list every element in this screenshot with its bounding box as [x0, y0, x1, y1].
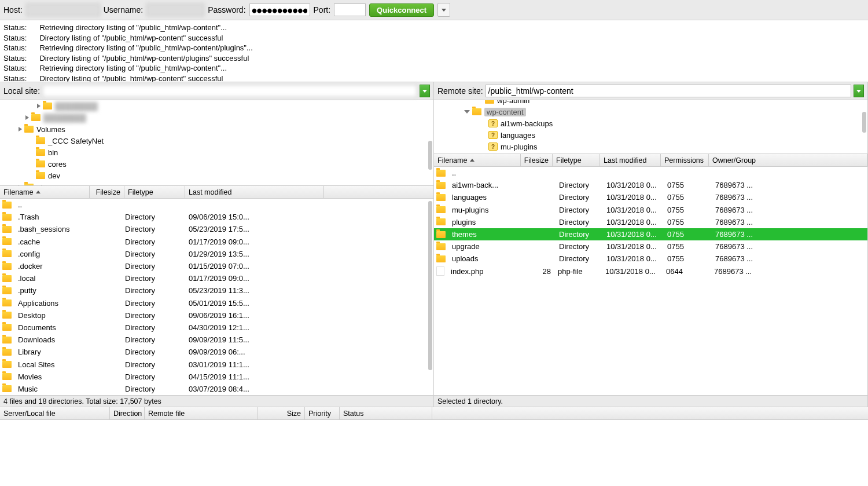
list-item[interactable]: languages Directory 10/31/2018 0... 0755…	[434, 191, 867, 203]
cell-lastmod: 10/31/2018 0...	[603, 230, 664, 239]
list-item[interactable]: .local Directory 01/17/2019 09:0...	[0, 272, 433, 284]
port-input[interactable]	[334, 3, 366, 16]
list-item[interactable]: upgrade Directory 10/31/2018 0... 0755 7…	[434, 240, 867, 253]
cell-filetype: Directory	[556, 218, 603, 226]
unknown-folder-icon: ?	[488, 131, 498, 139]
list-item[interactable]: ai1wm-back... Directory 10/31/2018 0... …	[434, 179, 867, 191]
tree-label: wp-admin	[497, 100, 529, 105]
cell-permissions: 0755	[664, 193, 712, 202]
username-input[interactable]	[146, 3, 204, 16]
cell-permissions: 0755	[664, 206, 712, 214]
local-columns-header[interactable]: Filename Filesize Filetype Last modified	[0, 186, 433, 199]
password-label: Password:	[208, 5, 245, 14]
list-item[interactable]: .bash_sessions Directory 05/23/2019 17:5…	[0, 223, 433, 235]
col-lastmod: Last modified	[189, 188, 231, 196]
cell-lastmod: 09/09/2019 11:5...	[185, 335, 301, 344]
tree-item[interactable]: ?ai1wm-backups	[434, 118, 867, 129]
disclosure-closed-icon[interactable]	[19, 185, 22, 186]
tree-item[interactable]: ?languages	[434, 129, 867, 141]
tree-item[interactable]: etc	[0, 181, 433, 186]
scrollbar[interactable]	[862, 112, 866, 133]
cell-filetype: Directory	[122, 213, 185, 221]
cell-filename: mu-plugins	[448, 206, 524, 214]
folder-icon	[2, 324, 12, 331]
cell-filetype: Directory	[122, 385, 185, 393]
tree-item[interactable]: ████████	[0, 100, 433, 112]
local-site-dropdown[interactable]	[420, 85, 430, 97]
list-item[interactable]: Desktop Directory 09/06/2019 16:1...	[0, 309, 433, 321]
folder-icon	[2, 299, 12, 306]
list-item[interactable]: plugins Directory 10/31/2018 0... 0755 7…	[434, 216, 867, 228]
scrollbar[interactable]	[428, 201, 432, 370]
remote-file-list[interactable]: .. ai1wm-back... Directory 10/31/2018 0.…	[434, 167, 867, 395]
cell-filetype: php-file	[554, 267, 602, 276]
scrollbar[interactable]	[428, 141, 432, 170]
disclosure-closed-icon[interactable]	[19, 127, 22, 131]
disclosure-closed-icon[interactable]	[25, 115, 29, 120]
list-item[interactable]: .Trash Directory 09/06/2019 15:0...	[0, 211, 433, 223]
password-input[interactable]	[249, 3, 310, 16]
list-item[interactable]: Movies Directory 04/15/2019 11:1...	[0, 371, 433, 383]
list-item[interactable]: .config Directory 01/29/2019 13:5...	[0, 248, 433, 260]
cell-lastmod: 10/31/2018 0...	[603, 218, 664, 226]
cell-filename: themes	[448, 230, 524, 239]
queue-columns-header[interactable]: Server/Local file Direction Remote file …	[0, 407, 868, 420]
list-item[interactable]: .docker Directory 01/15/2019 07:0...	[0, 260, 433, 272]
tree-item[interactable]: cores	[0, 158, 433, 170]
list-item[interactable]: Library Directory 09/09/2019 06:...	[0, 346, 433, 358]
list-item[interactable]: index.php 28 php-file 10/31/2018 0... 06…	[434, 265, 867, 277]
list-item[interactable]: Downloads Directory 09/09/2019 11:5...	[0, 334, 433, 346]
log-message: Directory listing of "/public_html/wp-co…	[39, 33, 223, 43]
list-item[interactable]: uploads Directory 10/31/2018 0... 0755 7…	[434, 253, 867, 265]
tree-item[interactable]: wp-content	[434, 106, 867, 118]
disclosure-open-icon[interactable]	[464, 110, 470, 114]
quickconnect-dropdown-button[interactable]	[437, 3, 450, 17]
quickconnect-button[interactable]: Quickconnect	[369, 3, 434, 17]
local-site-input[interactable]	[42, 85, 417, 97]
remote-tree[interactable]: wp-adminwp-content?ai1wm-backups?languag…	[434, 100, 867, 154]
col-filetype: Filetype	[128, 188, 153, 196]
tree-item[interactable]: wp-admin	[434, 100, 867, 106]
remote-site-dropdown[interactable]	[854, 85, 864, 97]
list-item[interactable]: Music Directory 03/07/2019 08:4...	[0, 383, 433, 395]
transfer-queue[interactable]	[0, 420, 868, 486]
remote-columns-header[interactable]: Filename Filesize Filetype Last modified…	[434, 154, 867, 167]
tree-item[interactable]: _CCC SafetyNet	[0, 135, 433, 147]
cell-filetype: Directory	[556, 254, 603, 263]
list-item[interactable]: mu-plugins Directory 10/31/2018 0... 075…	[434, 204, 867, 216]
remote-site-input[interactable]	[486, 85, 851, 97]
cell-filename: Local Sites	[14, 360, 122, 369]
col-size: Size	[287, 410, 301, 418]
list-item[interactable]: Applications Directory 05/01/2019 15:5..…	[0, 297, 433, 309]
tree-label: languages	[501, 131, 535, 140]
list-item[interactable]: Documents Directory 04/30/2019 12:1...	[0, 321, 433, 334]
cell-filetype: Directory	[122, 286, 185, 295]
tree-item[interactable]: ?mu-plugins	[434, 141, 867, 152]
cell-lastmod: 05/01/2019 15:5...	[185, 299, 301, 308]
cell-filetype: Directory	[122, 225, 185, 233]
folder-icon	[485, 100, 494, 104]
list-item[interactable]: themes Directory 10/31/2018 0... 0755 76…	[434, 228, 867, 240]
tree-item[interactable]: Volumes	[0, 123, 433, 135]
tree-item[interactable]: ████████	[0, 112, 433, 123]
disclosure-closed-icon[interactable]	[37, 104, 41, 108]
tree-item[interactable]: bin	[0, 147, 433, 158]
cell-filesize: 28	[523, 267, 554, 276]
cell-filetype: Directory	[556, 193, 603, 202]
sort-asc-icon	[36, 191, 41, 193]
cell-owner: 7689673 ...	[712, 218, 764, 226]
tree-item[interactable]: dev	[0, 170, 433, 181]
cell-owner: 7689673 ...	[712, 193, 764, 202]
list-item[interactable]: Local Sites Directory 03/01/2019 11:1...	[0, 358, 433, 370]
list-item[interactable]: ..	[0, 199, 433, 211]
folder-icon	[2, 226, 12, 233]
cell-lastmod: 03/07/2019 08:4...	[185, 385, 301, 393]
local-file-list[interactable]: .. .Trash Directory 09/06/2019 15:0... .…	[0, 199, 433, 395]
list-item[interactable]: ..	[434, 167, 867, 179]
local-tree[interactable]: ████████████████Volumes_CCC SafetyNetbin…	[0, 100, 433, 186]
folder-icon	[2, 263, 12, 270]
cell-filetype: Directory	[122, 262, 185, 271]
host-input[interactable]	[26, 3, 100, 16]
list-item[interactable]: .cache Directory 01/17/2019 09:0...	[0, 236, 433, 248]
list-item[interactable]: .putty Directory 05/23/2019 11:3...	[0, 284, 433, 297]
